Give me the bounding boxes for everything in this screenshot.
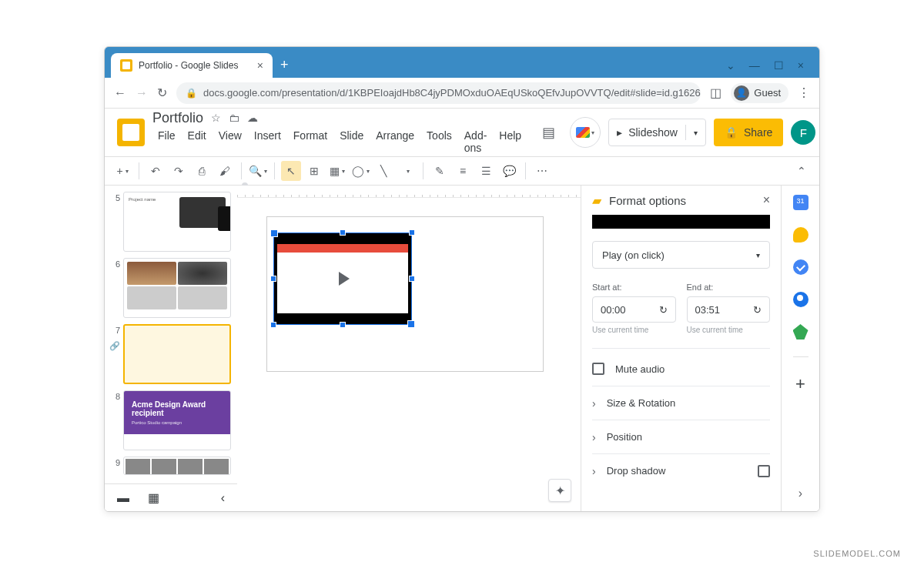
panel-title: Format options (609, 194, 755, 207)
url-input[interactable]: 🔒 docs.google.com/presentation/d/1KBPEIo… (176, 82, 701, 104)
start-hint[interactable]: Use current time (592, 326, 676, 334)
window-controls: ⌄ — ☐ × (717, 59, 813, 78)
chevron-down-icon[interactable]: ⌄ (726, 59, 735, 72)
zoom-icon[interactable]: 🔍 (248, 161, 268, 181)
shadow-checkbox[interactable] (758, 465, 770, 477)
share-button[interactable]: 🔒 Share (714, 119, 783, 146)
comments-icon[interactable]: ▤ (534, 119, 562, 146)
video-object[interactable] (273, 232, 412, 325)
close-icon[interactable]: × (798, 59, 804, 72)
end-time-input[interactable]: 03:51 ↻ (687, 296, 771, 323)
play-mode-select[interactable]: Play (on click) ▾ (592, 241, 770, 269)
redo-icon[interactable]: ↷ (169, 161, 189, 181)
collapse-icon[interactable]: ⌃ (792, 161, 812, 181)
browser-urlbar: ← → ↻ 🔒 docs.google.com/presentation/d/1… (105, 78, 819, 109)
lock-icon: 🔒 (186, 88, 197, 99)
expand-rail-icon[interactable]: › (798, 487, 802, 500)
calendar-icon[interactable] (793, 195, 808, 210)
play-icon[interactable] (326, 262, 360, 296)
canvas[interactable]: ✦ (237, 186, 581, 511)
profile-chip[interactable]: 👤 Guest (731, 83, 788, 103)
keep-icon[interactable] (793, 227, 808, 243)
browser-tab[interactable]: Portfolio - Google Slides × (111, 53, 273, 78)
tasks-icon[interactable] (793, 259, 808, 275)
back-icon[interactable]: ← (114, 86, 126, 100)
kebab-icon[interactable]: ⋮ (798, 85, 810, 100)
shape-icon[interactable]: ◯ (350, 161, 370, 181)
image-icon[interactable]: ▦ (327, 161, 347, 181)
end-hint[interactable]: Use current time (687, 326, 771, 334)
menu-edit[interactable]: Edit (182, 128, 212, 156)
user-avatar[interactable]: F (791, 120, 815, 145)
chevron-down-icon[interactable]: ▾ (694, 129, 698, 137)
slide-thumb-9[interactable]: 9 (108, 457, 234, 475)
slide-thumb-5[interactable]: 5 Project name (108, 192, 234, 252)
menu-view[interactable]: View (213, 128, 247, 156)
slideshow-button[interactable]: ▸ Slideshow ▾ (608, 119, 706, 146)
section-position[interactable]: › Position (592, 420, 770, 453)
filmstrip-view-icon[interactable]: ▬ (117, 491, 129, 505)
menu-slide[interactable]: Slide (334, 128, 369, 156)
format-icon: ▰ (592, 193, 601, 208)
slide-thumb-8[interactable]: 8 Acme Design Award recipientPortico Stu… (108, 390, 234, 450)
more-icon[interactable]: ⋯ (532, 161, 552, 181)
chevron-down-icon: ▾ (756, 251, 760, 259)
refresh-icon[interactable]: ↻ (753, 304, 762, 316)
section-shadow[interactable]: › Drop shadow (592, 453, 770, 487)
undo-icon[interactable]: ↶ (146, 161, 166, 181)
line-icon-2[interactable] (397, 161, 417, 181)
star-icon[interactable]: ☆ (211, 112, 221, 124)
grid-view-icon[interactable]: ▦ (148, 490, 159, 505)
tab-close-icon[interactable]: × (257, 59, 263, 72)
maps-icon[interactable] (793, 324, 808, 340)
pen-icon[interactable]: ✎ (430, 161, 450, 181)
section-size[interactable]: › Size & Rotation (592, 386, 770, 420)
browser-titlebar: Portfolio - Google Slides × + ⌄ — ☐ × (105, 47, 819, 78)
mute-checkbox[interactable] (592, 363, 604, 375)
new-slide-button[interactable]: + (112, 161, 132, 181)
filmstrip[interactable]: 5 Project name 6 7 🔗 8 Acme Design Award… (105, 186, 237, 511)
mute-audio-row[interactable]: Mute audio (592, 363, 770, 386)
print-icon[interactable]: ⎙ (192, 161, 212, 181)
align-icon[interactable]: ≡ (453, 161, 473, 181)
slide-thumb-6[interactable]: 6 (108, 258, 234, 318)
list-icon[interactable]: ☰ (476, 161, 496, 181)
minimize-icon[interactable]: — (749, 59, 760, 72)
slideshow-label: Slideshow (628, 126, 678, 139)
maximize-icon[interactable]: ☐ (774, 59, 784, 72)
cursor-icon[interactable]: ↖ (281, 161, 301, 181)
reload-icon[interactable]: ↻ (157, 85, 167, 100)
textbox-icon[interactable]: ⊞ (304, 161, 324, 181)
body: 5 Project name 6 7 🔗 8 Acme Design Award… (105, 186, 819, 511)
menu-help[interactable]: Help (494, 128, 527, 156)
menu-format[interactable]: Format (288, 128, 333, 156)
explore-button[interactable]: ✦ (548, 479, 571, 502)
panel-close-icon[interactable]: × (763, 193, 770, 207)
contacts-icon[interactable] (793, 292, 808, 307)
slide[interactable] (266, 216, 544, 372)
reader-icon[interactable]: ◫ (710, 85, 721, 100)
paint-format-icon[interactable]: 🖌 (215, 161, 235, 181)
slide-thumb-7[interactable]: 7 🔗 (108, 324, 234, 384)
menu-arrange[interactable]: Arrange (370, 128, 420, 156)
meet-button[interactable]: ▾ (570, 117, 601, 148)
guest-avatar-icon: 👤 (734, 85, 749, 101)
menu-tools[interactable]: Tools (421, 128, 457, 156)
doc-title[interactable]: Portfolio (152, 110, 203, 126)
start-time-input[interactable]: 00:00 ↻ (592, 296, 676, 323)
refresh-icon[interactable]: ↻ (659, 304, 668, 316)
app-header: Portfolio ☆ 🗀 ☁ File Edit View Insert Fo… (105, 109, 819, 156)
line-icon[interactable]: ╲ (373, 161, 393, 181)
menu-file[interactable]: File (152, 128, 181, 156)
comment-icon[interactable]: 💬 (499, 161, 519, 181)
add-addon-icon[interactable]: + (795, 374, 805, 394)
new-tab-button[interactable]: + (273, 57, 296, 78)
menu-addons[interactable]: Add-ons (459, 128, 493, 156)
collapse-panel-icon[interactable]: ‹ (221, 491, 225, 505)
forward-icon[interactable]: → (136, 86, 148, 100)
cloud-icon[interactable]: ☁ (247, 112, 258, 124)
slides-logo-icon[interactable] (117, 119, 145, 146)
menu-insert[interactable]: Insert (249, 128, 286, 156)
move-icon[interactable]: 🗀 (229, 112, 239, 124)
end-label: End at: (687, 283, 771, 292)
